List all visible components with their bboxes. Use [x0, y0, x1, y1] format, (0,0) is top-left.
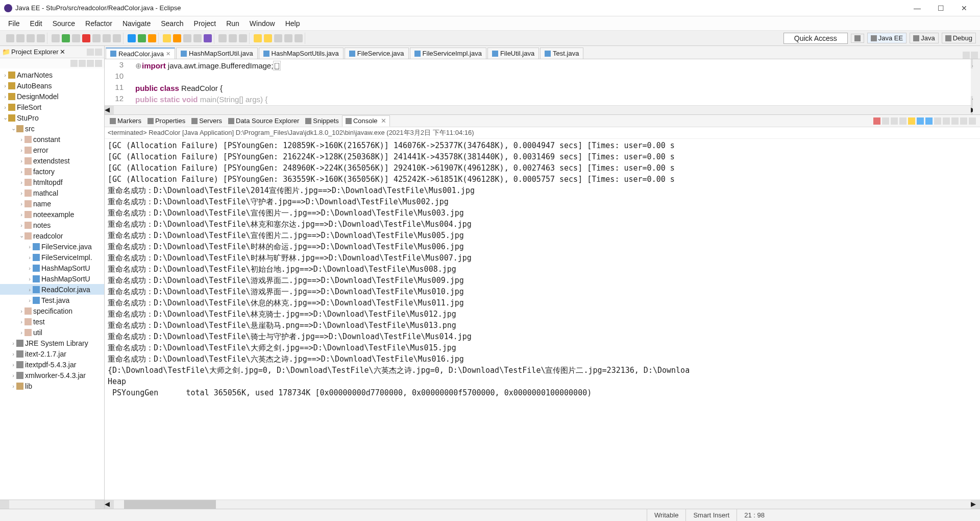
- run-button[interactable]: [138, 34, 146, 42]
- tab-datasource[interactable]: Data Source Explorer: [225, 115, 302, 127]
- tree-item-notes[interactable]: ›notes: [0, 220, 104, 230]
- tree-item-factory[interactable]: ›factory: [0, 166, 104, 177]
- debug-button[interactable]: [128, 34, 136, 42]
- new-ejb-button[interactable]: [229, 34, 237, 42]
- menu-project[interactable]: Project: [194, 19, 216, 28]
- new-server-button[interactable]: [218, 34, 227, 42]
- editor-maximize-button[interactable]: [971, 52, 978, 59]
- link-editor-button[interactable]: [79, 60, 86, 67]
- word-wrap-button[interactable]: [917, 117, 924, 125]
- tab-properties[interactable]: Properties: [144, 115, 188, 127]
- menu-navigate[interactable]: Navigate: [122, 19, 151, 28]
- console-minimize-button[interactable]: [960, 117, 967, 125]
- step-return-button[interactable]: [113, 34, 121, 42]
- editor-tab-fileservice-java[interactable]: FileService.java: [345, 48, 409, 59]
- step-into-button[interactable]: [92, 34, 101, 42]
- tree-item-readcolor[interactable]: ⌄readcolor: [0, 230, 104, 241]
- remove-launch-button[interactable]: [882, 117, 889, 125]
- tree-item-noteexample[interactable]: ›noteexample: [0, 209, 104, 220]
- perspective-debug[interactable]: Debug: [942, 33, 976, 43]
- open-type-button[interactable]: [183, 34, 191, 42]
- tree-item-itextpdf-5-4-3-jar[interactable]: ›itextpdf-5.4.3.jar: [0, 359, 104, 370]
- editor-tab-readcolor-java[interactable]: ReadColor.java✕: [106, 48, 175, 59]
- collapse-all-button[interactable]: [70, 60, 78, 67]
- view-maximize-button[interactable]: [95, 49, 102, 56]
- skip-breakpoints-button[interactable]: [52, 34, 60, 42]
- editor-tab-hashmapsortutil-java[interactable]: HashMapSortUtil.java: [176, 48, 258, 59]
- tree-item-fileserviceimpl-[interactable]: ›FileServiceImpl.: [0, 252, 104, 263]
- tree-item-jre-system-library[interactable]: ›JRE System Library: [0, 338, 104, 348]
- suspend-button[interactable]: [72, 34, 80, 42]
- menu-edit[interactable]: Edit: [30, 19, 42, 28]
- pin-console-button[interactable]: [934, 117, 941, 125]
- sidebar-hscrollbar[interactable]: [0, 500, 104, 509]
- close-button[interactable]: ✕: [952, 4, 976, 12]
- tree-item-autobeans[interactable]: ›AutoBeans: [0, 80, 104, 91]
- view-minimize-button[interactable]: [87, 49, 94, 56]
- scroll-lock-button[interactable]: [908, 117, 915, 125]
- tree-item-filesort[interactable]: ›FileSort: [0, 102, 104, 112]
- tree-item-hashmapsortu[interactable]: ›HashMapSortU: [0, 273, 104, 284]
- tree-item-name[interactable]: ›name: [0, 198, 104, 209]
- menu-file[interactable]: File: [8, 19, 20, 28]
- tree-item-test-java[interactable]: ›Test.java: [0, 295, 104, 305]
- menu-source[interactable]: Source: [53, 19, 75, 28]
- open-console-button[interactable]: [951, 117, 959, 125]
- tree-item-readcolor-java[interactable]: ›ReadColor.java: [0, 284, 104, 295]
- forward-button[interactable]: [264, 34, 272, 42]
- clear-console-button[interactable]: [899, 117, 906, 125]
- tree-item-mathcal[interactable]: ›mathcal: [0, 187, 104, 198]
- tree-item-designmodel[interactable]: ›DesignModel: [0, 91, 104, 102]
- tree-item-fileservice-java[interactable]: ›FileService.java: [0, 241, 104, 252]
- new-package-button[interactable]: [163, 34, 171, 42]
- nav-back-button[interactable]: [284, 34, 292, 42]
- open-perspective-button[interactable]: [851, 34, 864, 43]
- perspective-javaee[interactable]: Java EE: [867, 33, 906, 43]
- resume-button[interactable]: [62, 34, 70, 42]
- new-class-button[interactable]: [173, 34, 181, 42]
- editor-tab-fileserviceimpl-java[interactable]: FileServiceImpl.java: [410, 48, 486, 59]
- back-button[interactable]: [254, 34, 262, 42]
- tree-item-specification[interactable]: ›specification: [0, 305, 104, 316]
- display-selected-button[interactable]: [943, 117, 950, 125]
- tab-servers[interactable]: Servers: [188, 115, 225, 127]
- tree-item-lib[interactable]: ›lib: [0, 381, 104, 391]
- editor-minimize-button[interactable]: [963, 52, 970, 59]
- tree-item-htmltopdf[interactable]: ›htmltopdf: [0, 177, 104, 187]
- save-button[interactable]: [16, 34, 24, 42]
- outline-strip[interactable]: [973, 59, 980, 114]
- menu-search[interactable]: Search: [161, 19, 183, 28]
- tree-item-hashmapsortu[interactable]: ›HashMapSortU: [0, 263, 104, 273]
- show-console-button[interactable]: [925, 117, 933, 125]
- perspective-java[interactable]: Java: [910, 33, 938, 43]
- step-over-button[interactable]: [103, 34, 111, 42]
- search-button[interactable]: [193, 34, 202, 42]
- last-edit-button[interactable]: [274, 34, 282, 42]
- menu-run[interactable]: Run: [226, 19, 239, 28]
- save-all-button[interactable]: [27, 34, 35, 42]
- new-web-button[interactable]: [239, 34, 247, 42]
- print-button[interactable]: [37, 34, 45, 42]
- tree-item-xmlworker-5-4-3-jar[interactable]: ›xmlworker-5.4.3.jar: [0, 370, 104, 381]
- tab-console[interactable]: Console✕: [342, 115, 390, 127]
- menu-help[interactable]: Help: [285, 19, 300, 28]
- tree-item-itext-2-1-7-jar[interactable]: ›itext-2.1.7.jar: [0, 348, 104, 359]
- code-editor[interactable]: 3 10 11 12 ⊕import java.awt.image.Buffer…: [105, 59, 980, 105]
- tree-item-constant[interactable]: ›constant: [0, 134, 104, 145]
- tab-markers[interactable]: Markers: [107, 115, 144, 127]
- terminate-button[interactable]: [82, 34, 90, 42]
- menu-refactor[interactable]: Refactor: [85, 19, 112, 28]
- editor-tab-hashmapsortutils-java[interactable]: HashMapSortUtils.java: [259, 48, 344, 59]
- coverage-button[interactable]: [148, 34, 156, 42]
- tab-snippets[interactable]: Snippets: [302, 115, 342, 127]
- close-tab-icon[interactable]: ✕: [166, 51, 170, 57]
- maximize-button[interactable]: ☐: [929, 4, 952, 12]
- focus-task-button[interactable]: [87, 60, 94, 67]
- tree-item-src[interactable]: ⌄src: [0, 123, 104, 134]
- quick-access-field[interactable]: Quick Access: [783, 33, 848, 44]
- editor-hscrollbar[interactable]: ◀▶: [105, 105, 980, 114]
- console-maximize-button[interactable]: [969, 117, 976, 125]
- terminate-console-button[interactable]: [873, 117, 880, 125]
- editor-tab-test-java[interactable]: Test.java: [540, 48, 583, 59]
- console-output[interactable]: [GC (Allocation Failure) [PSYoungGen: 12…: [105, 139, 980, 500]
